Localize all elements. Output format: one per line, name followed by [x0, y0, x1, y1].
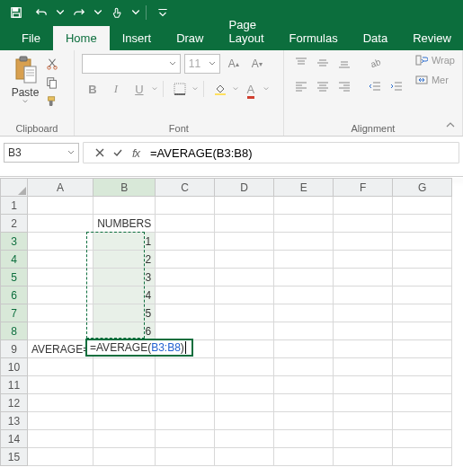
row-header[interactable]: 2 [1, 215, 28, 233]
spreadsheet-grid[interactable]: ABCDEFG12NUMBERS3142536475869AVERAGE=101… [0, 178, 463, 466]
cell-F2[interactable] [334, 215, 393, 233]
cell-E2[interactable] [274, 215, 334, 233]
fx-icon[interactable]: fx [127, 144, 145, 162]
cell-B6[interactable]: 4 [93, 286, 156, 304]
row-header[interactable]: 8 [1, 322, 28, 340]
touch-dropdown-icon[interactable] [131, 2, 140, 23]
cell-G4[interactable] [393, 251, 452, 269]
row-header[interactable]: 9 [1, 340, 28, 358]
redo-dropdown-icon[interactable] [93, 2, 102, 23]
cell-A4[interactable] [28, 251, 93, 269]
cell-F1[interactable] [334, 197, 393, 215]
cell-B13[interactable] [93, 412, 156, 430]
cell-E7[interactable] [274, 304, 334, 322]
cell-G9[interactable] [393, 340, 452, 358]
cell-G8[interactable] [393, 322, 452, 340]
cell-A14[interactable] [28, 430, 93, 448]
cell-G13[interactable] [393, 412, 452, 430]
column-header[interactable]: C [156, 179, 215, 197]
cell-F7[interactable] [334, 304, 393, 322]
cell-F10[interactable] [334, 358, 393, 376]
cell-E4[interactable] [274, 251, 334, 269]
cell-F3[interactable] [334, 233, 393, 251]
cell-G7[interactable] [393, 304, 452, 322]
customize-qat-icon[interactable] [152, 2, 174, 23]
cell-G6[interactable] [393, 286, 452, 304]
cell-C6[interactable] [156, 286, 215, 304]
cell-A2[interactable] [28, 215, 93, 233]
decrease-indent-icon[interactable] [365, 77, 385, 95]
cell-E9[interactable] [274, 340, 334, 358]
font-color-icon[interactable]: A [240, 79, 262, 99]
undo-dropdown-icon[interactable] [56, 2, 65, 23]
tab-draw[interactable]: Draw [164, 26, 216, 50]
cell-D11[interactable] [215, 376, 274, 394]
column-header[interactable]: G [393, 179, 452, 197]
cell-editor[interactable]: =AVERAGE(B3:B8) [85, 339, 193, 357]
cell-G1[interactable] [393, 197, 452, 215]
cell-F9[interactable] [334, 340, 393, 358]
select-all-corner[interactable] [1, 179, 28, 197]
cell-F5[interactable] [334, 269, 393, 286]
cell-A6[interactable] [28, 286, 93, 304]
cell-G10[interactable] [393, 358, 452, 376]
cell-D4[interactable] [215, 251, 274, 269]
format-painter-icon[interactable] [43, 93, 61, 110]
cell-E14[interactable] [274, 430, 334, 448]
tab-formulas[interactable]: Formulas [277, 26, 351, 50]
cell-E1[interactable] [274, 197, 334, 215]
cell-C10[interactable] [156, 358, 215, 376]
align-bottom-icon[interactable] [334, 54, 354, 72]
increase-font-icon[interactable]: A▴ [224, 54, 244, 74]
cell-F11[interactable] [334, 376, 393, 394]
chevron-down-icon[interactable] [152, 86, 157, 92]
cell-D1[interactable] [215, 197, 274, 215]
cell-D12[interactable] [215, 394, 274, 412]
row-header[interactable]: 4 [1, 251, 28, 269]
cell-B2[interactable]: NUMBERS [93, 215, 156, 233]
cell-C8[interactable] [156, 322, 215, 340]
cell-C12[interactable] [156, 394, 215, 412]
orientation-icon[interactable]: ab [365, 54, 385, 72]
collapse-ribbon-icon[interactable] [443, 118, 458, 132]
cell-E10[interactable] [274, 358, 334, 376]
column-header[interactable]: A [28, 179, 93, 197]
tab-home[interactable]: Home [53, 26, 110, 50]
cell-B15[interactable] [93, 448, 156, 466]
cell-A13[interactable] [28, 412, 93, 430]
cell-G11[interactable] [393, 376, 452, 394]
cell-D8[interactable] [215, 322, 274, 340]
tab-page-layout[interactable]: Page Layout [217, 13, 277, 50]
cell-B1[interactable] [93, 197, 156, 215]
cell-E3[interactable] [274, 233, 334, 251]
row-header[interactable]: 11 [1, 376, 28, 394]
cell-D7[interactable] [215, 304, 274, 322]
cell-B5[interactable]: 3 [93, 269, 156, 286]
cell-B7[interactable]: 5 [93, 304, 156, 322]
cell-F8[interactable] [334, 322, 393, 340]
cell-B10[interactable] [93, 358, 156, 376]
cell-G15[interactable] [393, 448, 452, 466]
cell-E5[interactable] [274, 269, 334, 286]
cell-C13[interactable] [156, 412, 215, 430]
cell-E11[interactable] [274, 376, 334, 394]
row-header[interactable]: 7 [1, 304, 28, 322]
touch-mode-icon[interactable] [106, 2, 128, 23]
cell-F13[interactable] [334, 412, 393, 430]
row-header[interactable]: 13 [1, 412, 28, 430]
bold-button[interactable]: B [82, 79, 103, 99]
column-header[interactable]: E [274, 179, 334, 197]
chevron-down-icon[interactable] [192, 86, 198, 92]
cell-D15[interactable] [215, 448, 274, 466]
cut-icon[interactable] [43, 56, 61, 72]
row-header[interactable]: 1 [1, 197, 28, 215]
cell-F14[interactable] [334, 430, 393, 448]
column-header[interactable]: D [215, 179, 274, 197]
cell-F12[interactable] [334, 394, 393, 412]
cell-D14[interactable] [215, 430, 274, 448]
cell-A7[interactable] [28, 304, 93, 322]
redo-icon[interactable] [68, 2, 90, 23]
column-header[interactable]: F [334, 179, 393, 197]
cell-E12[interactable] [274, 394, 334, 412]
chevron-down-icon[interactable] [263, 86, 269, 92]
